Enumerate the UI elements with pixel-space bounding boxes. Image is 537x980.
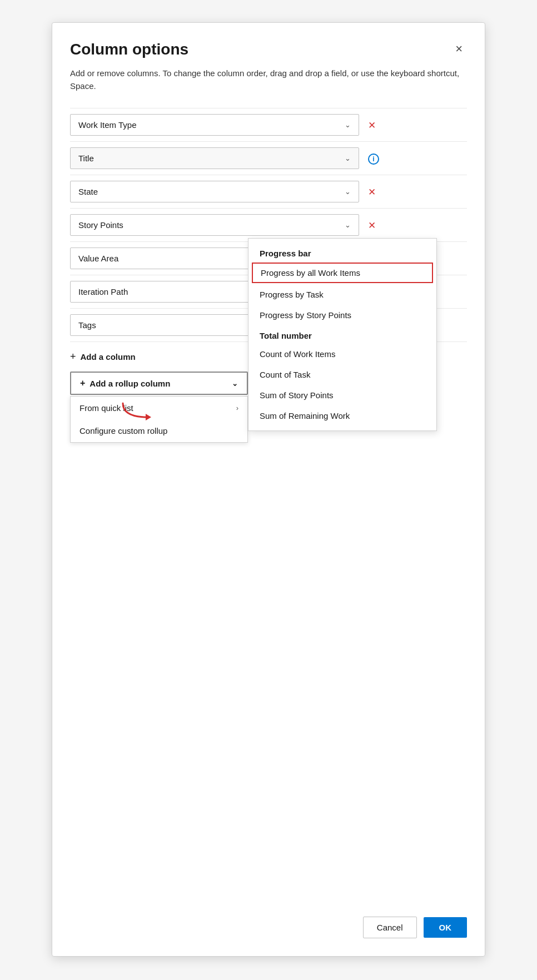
dialog-header: Column options × [70, 41, 467, 58]
story-points-label: Story Points [78, 220, 123, 230]
column-row-title: Title ⌄ i [70, 142, 467, 175]
close-button[interactable]: × [451, 41, 467, 57]
plus-icon: + [80, 378, 85, 388]
arrow-indicator [120, 400, 153, 425]
rollup-submenu: From quick list › Configure custom rollu… [70, 396, 248, 443]
title-label: Title [78, 154, 94, 163]
progress-bar-section-label: Progress bar [248, 243, 436, 261]
count-work-items-label: Count of Work Items [260, 349, 335, 359]
progress-by-task-label: Progress by Task [260, 290, 324, 299]
count-task-label: Count of Task [260, 370, 310, 379]
x-icon: ✕ [368, 220, 376, 231]
chevron-down-icon: ⌄ [345, 121, 351, 129]
column-row-state: State ⌄ ✕ [70, 175, 467, 209]
state-label: State [78, 187, 98, 196]
remove-story-points-button[interactable]: ✕ [366, 218, 378, 232]
progress-by-task-option[interactable]: Progress by Task [248, 284, 436, 305]
state-select[interactable]: State ⌄ [70, 181, 359, 202]
title-info-button[interactable]: i [366, 150, 381, 167]
work-item-type-select[interactable]: Work Item Type ⌄ [70, 114, 359, 136]
iteration-path-label: Iteration Path [78, 287, 128, 296]
sum-remaining-work-option[interactable]: Sum of Remaining Work [248, 405, 436, 426]
sum-story-points-label: Sum of Story Points [260, 390, 334, 400]
configure-custom-rollup-item[interactable]: Configure custom rollup [71, 419, 247, 442]
dialog-footer: Cancel OK [363, 917, 467, 938]
column-options-dialog: Column options × Add or remove columns. … [52, 22, 485, 957]
chevron-right-icon: › [236, 404, 238, 412]
chevron-down-icon: ⌄ [345, 187, 351, 196]
cancel-button[interactable]: Cancel [363, 917, 417, 938]
x-icon: ✕ [368, 120, 376, 131]
title-select[interactable]: Title ⌄ [70, 147, 359, 169]
count-task-option[interactable]: Count of Task [248, 364, 436, 385]
work-item-type-label: Work Item Type [78, 120, 136, 130]
dialog-title: Column options [70, 41, 188, 58]
rollup-options-panel: Progress bar Progress by all Work Items … [248, 238, 437, 431]
configure-custom-rollup-label: Configure custom rollup [79, 426, 167, 435]
story-points-select[interactable]: Story Points ⌄ [70, 214, 359, 236]
column-row-story-points: Story Points ⌄ ✕ [70, 209, 467, 242]
from-quick-list-item[interactable]: From quick list › [71, 397, 247, 419]
count-work-items-option[interactable]: Count of Work Items [248, 344, 436, 364]
ok-button[interactable]: OK [424, 917, 468, 938]
value-area-label: Value Area [78, 254, 118, 263]
add-rollup-button[interactable]: + Add a rollup column ⌄ [70, 372, 248, 395]
column-row-work-item-type: Work Item Type ⌄ ✕ [70, 108, 467, 142]
chevron-down-icon: ⌄ [345, 154, 351, 162]
remove-state-button[interactable]: ✕ [366, 185, 378, 199]
add-column-label: Add a column [81, 352, 136, 362]
info-icon: i [368, 154, 379, 165]
sum-story-points-option[interactable]: Sum of Story Points [248, 385, 436, 405]
sum-remaining-work-label: Sum of Remaining Work [260, 411, 350, 420]
chevron-down-icon: ⌄ [232, 379, 238, 388]
progress-all-work-items-option[interactable]: Progress by all Work Items [252, 263, 433, 283]
add-rollup-label: Add a rollup column [90, 379, 170, 388]
dialog-subtitle: Add or remove columns. To change the col… [70, 67, 467, 92]
progress-by-story-points-label: Progress by Story Points [260, 310, 351, 320]
svg-marker-0 [146, 414, 151, 420]
chevron-down-icon: ⌄ [345, 221, 351, 229]
x-icon: ✕ [368, 187, 376, 197]
rollup-area: + Add a rollup column ⌄ From quick list … [70, 372, 467, 443]
remove-work-item-type-button[interactable]: ✕ [366, 118, 378, 132]
progress-all-label: Progress by all Work Items [261, 268, 360, 278]
total-number-section-label: Total number [248, 325, 436, 344]
progress-by-story-points-option[interactable]: Progress by Story Points [248, 305, 436, 325]
tags-label: Tags [78, 320, 96, 330]
plus-icon: + [70, 351, 76, 363]
